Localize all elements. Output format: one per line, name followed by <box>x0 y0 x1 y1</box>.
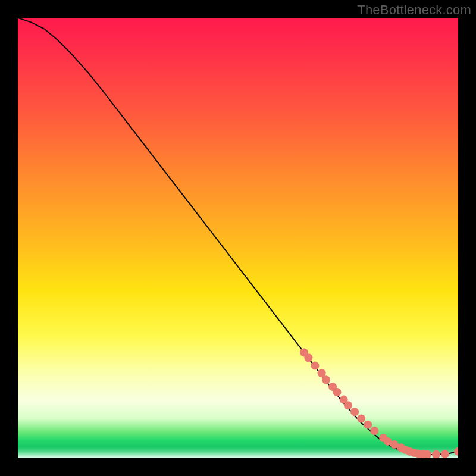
highlight-dot <box>304 353 312 362</box>
highlight-dot <box>322 375 330 384</box>
highlight-dot <box>357 414 365 422</box>
highlight-dot <box>432 450 440 458</box>
highlight-dot <box>350 408 359 416</box>
highlight-dot <box>344 401 352 409</box>
curve-layer <box>18 18 458 458</box>
highlight-dots-group <box>300 348 458 458</box>
highlight-dot <box>370 427 378 435</box>
watermark-text: TheBottleneck.com <box>357 2 471 18</box>
highlight-dot <box>441 450 449 458</box>
highlight-dot <box>311 362 320 370</box>
highlight-dot <box>454 447 458 456</box>
highlight-dot <box>364 421 372 429</box>
highlight-dot <box>333 388 342 396</box>
chart-frame: TheBottleneck.com <box>0 0 476 476</box>
plot-area <box>18 18 458 458</box>
bottleneck-curve <box>18 18 458 455</box>
